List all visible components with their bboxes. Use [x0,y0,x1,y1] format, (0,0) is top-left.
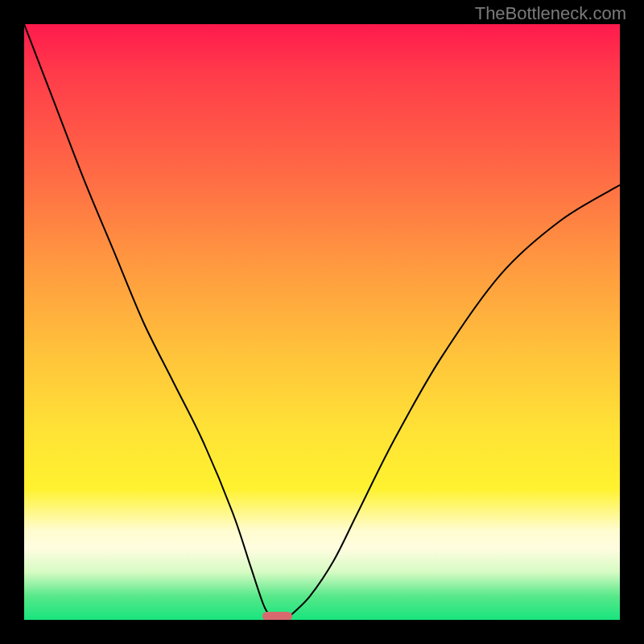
minimum-marker [262,612,292,620]
bottleneck-curve [24,24,620,620]
plot-area [24,24,620,620]
chart-frame: TheBottleneck.com [0,0,644,644]
watermark-text: TheBottleneck.com [475,3,626,24]
curve-layer [24,24,620,620]
